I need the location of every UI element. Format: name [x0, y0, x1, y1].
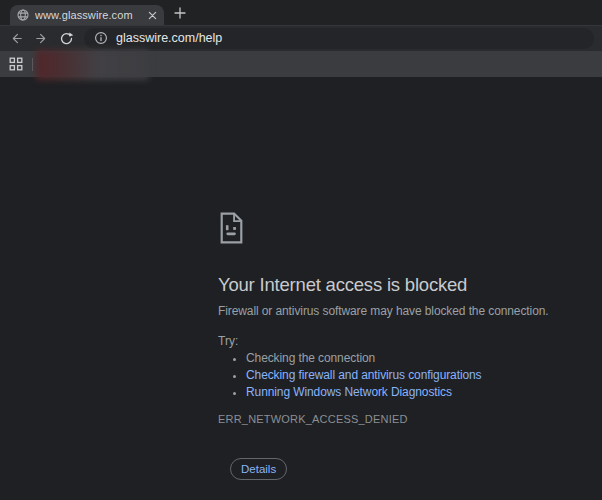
- suggestion-item: Checking the connection: [246, 352, 558, 365]
- browser-toolbar: glasswire.com/help: [0, 25, 602, 51]
- active-tab[interactable]: www.glasswire.com: [10, 5, 164, 25]
- suggestion-text: Checking the connection: [246, 351, 375, 365]
- apps-grid-icon[interactable]: [9, 57, 23, 71]
- error-heading: Your Internet access is blocked: [218, 274, 558, 296]
- page-info-icon[interactable]: [94, 31, 108, 45]
- details-button[interactable]: Details: [230, 458, 287, 480]
- suggestion-item: Running Windows Network Diagnostics: [246, 386, 558, 399]
- url-text: glasswire.com/help: [116, 31, 222, 45]
- tab-title: www.glasswire.com: [35, 9, 145, 21]
- back-button[interactable]: [4, 27, 29, 49]
- reload-button[interactable]: [54, 27, 79, 49]
- error-message: Firewall or antivirus software may have …: [218, 304, 558, 319]
- address-bar[interactable]: glasswire.com/help: [84, 28, 594, 49]
- globe-favicon-icon: [17, 9, 29, 21]
- bookmarks-bar: [0, 51, 602, 77]
- forward-button[interactable]: [29, 27, 54, 49]
- error-code: ERR_NETWORK_ACCESS_DENIED: [218, 413, 558, 425]
- suggestion-list: Checking the connection Checking firewal…: [218, 352, 558, 399]
- plus-icon: [174, 7, 186, 19]
- sad-file-icon: [218, 212, 245, 244]
- redacted-bookmark[interactable]: [36, 50, 149, 80]
- bookmarks-divider: [32, 58, 33, 71]
- tab-close-icon[interactable]: [145, 8, 159, 22]
- arrow-right-icon: [34, 31, 49, 46]
- error-content: Your Internet access is blocked Firewall…: [218, 212, 558, 480]
- arrow-left-icon: [9, 31, 24, 46]
- tab-strip: www.glasswire.com: [0, 0, 602, 25]
- new-tab-button[interactable]: [169, 4, 191, 22]
- suggestion-item: Checking firewall and antivirus configur…: [246, 369, 558, 382]
- browser-window: www.glasswire.com: [0, 0, 602, 500]
- suggestion-link-firewall[interactable]: Checking firewall and antivirus configur…: [246, 368, 482, 382]
- suggestion-link-diagnostics[interactable]: Running Windows Network Diagnostics: [246, 385, 452, 399]
- try-label: Try:: [218, 334, 558, 348]
- reload-icon: [59, 31, 74, 46]
- error-page: Your Internet access is blocked Firewall…: [0, 77, 602, 500]
